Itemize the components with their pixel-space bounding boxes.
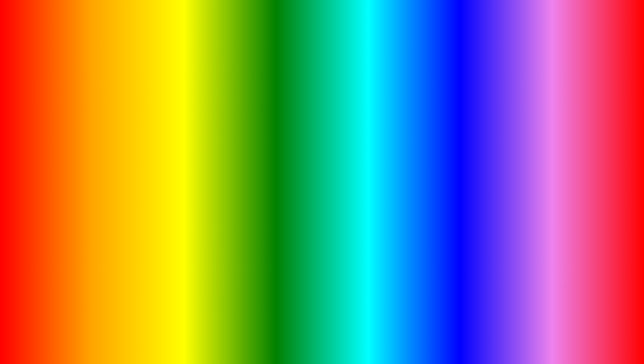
- mastery-farm-checkbox[interactable]: ✓: [603, 152, 609, 159]
- right-sidebar-shop[interactable]: 🛒 Shop: [434, 183, 477, 193]
- weapon-icon: △: [35, 141, 39, 145]
- right-sidebar-v4[interactable]: V4 V4 Upgrade: [434, 173, 477, 183]
- method-chevron: ∧: [207, 122, 210, 125]
- type-mastery-header: Type Mastery Farm Devil Fruit ∧: [481, 119, 610, 128]
- leviathan-heart-badge-text: Material x1: [127, 174, 145, 178]
- anchor-svg: [74, 183, 101, 210]
- right-panel-controls: — ✕: [596, 107, 609, 112]
- right-status-icon: ⊞: [438, 131, 443, 135]
- right-upgrade-icon: ⚙: [438, 163, 443, 168]
- farm-selected-toggle[interactable]: [204, 140, 210, 145]
- svg-marker-0: [172, 47, 472, 347]
- type-mastery-chevron: ∧: [606, 121, 609, 126]
- material-header: Material ∧: [77, 158, 213, 167]
- sidebar-main-farm-label: Main Farm: [42, 121, 61, 125]
- right-sidebar-main-farm[interactable]: ⌂ Main Farm: [434, 138, 477, 148]
- weapon-type-label: Select Your Weapon Type: [81, 131, 127, 136]
- right-panel-title: Hirimi Hub X: [438, 107, 466, 112]
- left-avatar-circle: 👤: [35, 171, 43, 179]
- weapon-chevron: ∧: [207, 132, 210, 136]
- right-sidebar-teleport[interactable]: ◎ Teleport: [434, 148, 477, 158]
- double-toggle[interactable]: [204, 149, 210, 154]
- player-aura-section: Player Arua Player Aura: [481, 175, 610, 193]
- right-main-farm-label: Main Farm: [446, 141, 465, 145]
- right-avatar-circle: 👤: [438, 205, 446, 213]
- svg-point-9: [92, 195, 94, 198]
- sidebar-item-shop[interactable]: 🛒 Shop: [31, 148, 74, 158]
- right-panel-body: ◇ Main ⊞ Status Server ⌂ Main Farm ◎ Tel…: [434, 115, 613, 219]
- item-cards-container: Material x1 MonsterMagnet Material x1: [58, 170, 181, 227]
- player-aura-checkbox[interactable]: [602, 184, 609, 190]
- right-sidebar-upgrade[interactable]: ⚙ Upgrade Weapon: [434, 158, 477, 173]
- mastery-farm-row: Mastery Farm Option ✓: [481, 150, 610, 161]
- right-close-btn[interactable]: ✕: [604, 107, 609, 112]
- bg-x-svg: [172, 47, 472, 347]
- right-v4-icon: V4: [438, 175, 443, 180]
- left-close-btn[interactable]: ✕: [207, 107, 212, 112]
- mastery-farm-label: Mastery Farm Option: [482, 153, 525, 158]
- sidebar-shop-label: Shop: [42, 151, 51, 155]
- leviathan-heart-badge: Material x1: [125, 173, 148, 179]
- right-panel-titlebar: Hirimi Hub X — ✕: [434, 104, 613, 115]
- logo-fruits-text: FRUITS: [549, 326, 611, 344]
- player-aura-label: Player Aura: [482, 185, 507, 190]
- right-sidebar-main[interactable]: ◇ Main: [434, 118, 477, 128]
- update-label: UPDATE: [74, 312, 231, 355]
- logo-bl: BL: [549, 306, 572, 326]
- monster-magnet-name: MonsterMagnet: [78, 211, 96, 223]
- health-input[interactable]: [481, 137, 610, 146]
- panel-right: Hirimi Hub X — ✕ ◇ Main ⊞ Status Server …: [434, 104, 614, 219]
- right-sidebar-webhook[interactable]: ⚡ Webhook: [434, 193, 477, 203]
- right-username: Sky: [449, 207, 456, 212]
- material-header-label: Material: [81, 160, 97, 165]
- svg-marker-11: [150, 184, 152, 189]
- svg-marker-16: [150, 203, 152, 209]
- monster-magnet-icon-area: [73, 181, 103, 211]
- right-upgrade-label: Upgrade Weapon: [445, 161, 473, 170]
- svg-rect-4: [86, 191, 88, 200]
- right-webhook-label: Webhook: [446, 195, 462, 200]
- type-mastery-value: Devil Fruit ∧: [585, 121, 609, 126]
- selected-toggle[interactable]: [204, 171, 210, 176]
- item-card-leviathan-heart: Material x1 ··· LeviathanHeart: [122, 170, 181, 227]
- double-row: Double: [77, 147, 213, 156]
- double-label: Double: [81, 149, 93, 154]
- right-sidebar: ◇ Main ⊞ Status Server ⌂ Main Farm ◎ Tel…: [434, 115, 478, 219]
- material-chevron: ∧: [207, 161, 210, 164]
- farm-selected-label: Farm Selected: [81, 140, 107, 145]
- method-header-label: Choose Method To Farm: [81, 121, 131, 126]
- svg-point-1: [295, 104, 349, 157]
- type-mastery-label: Type Mastery Farm: [482, 121, 521, 126]
- sidebar-item-main-farm[interactable]: ⌂ Main Farm: [31, 118, 74, 128]
- right-minimize-btn[interactable]: —: [596, 107, 601, 112]
- setting-icon: ⚙: [35, 161, 39, 165]
- spam-chevron: ∧: [606, 166, 609, 171]
- main-title: BLOX FRUITS: [129, 3, 515, 62]
- blox-fruits-logo: BL 💀 X FRUITS: [549, 306, 611, 344]
- leviathan-heart-icon-area: [136, 181, 167, 211]
- leviathan-heart-dots[interactable]: ···: [174, 173, 178, 179]
- player-aura-row: Player Aura: [482, 182, 609, 192]
- right-user-avatar: 👤 Sky: [434, 203, 477, 216]
- weapon-type-value: Melee ∧: [195, 131, 210, 136]
- right-main-farm-icon: ⌂: [438, 141, 443, 145]
- sidebar-item-setting[interactable]: ⚙ Setting: [31, 158, 74, 168]
- right-shop-icon: 🛒: [438, 185, 443, 190]
- left-panel-titlebar: Hirimi Hub X — ✕: [31, 104, 216, 115]
- logo-x: X: [591, 306, 602, 326]
- sidebar-item-weapon[interactable]: △ Weapon: [31, 138, 74, 148]
- right-sidebar-status[interactable]: ⊞ Status Server: [434, 128, 477, 138]
- bottom-text-bar: UPDATE 20 SCRIPT PASTEBIN: [0, 312, 644, 355]
- right-main-icon: ◇: [438, 121, 443, 125]
- right-shop-label: Shop: [446, 185, 455, 190]
- weapon-row: Select Your Weapon Type Melee ∧: [77, 130, 213, 138]
- logo-o-icon: 💀: [573, 308, 589, 324]
- sidebar-item-teleport[interactable]: ◎ Teleport: [31, 128, 74, 138]
- left-username: Sky: [45, 172, 53, 177]
- script-label: SCRIPT: [285, 316, 403, 351]
- leviathan-heart-name: LeviathanHeart: [140, 211, 162, 223]
- method-header: Choose Method To Farm Level ∧: [77, 119, 213, 128]
- monster-magnet-badge: Material x1: [61, 173, 84, 179]
- left-panel-title: Hirimi Hub X: [35, 107, 63, 112]
- left-minimize-btn[interactable]: —: [199, 107, 204, 112]
